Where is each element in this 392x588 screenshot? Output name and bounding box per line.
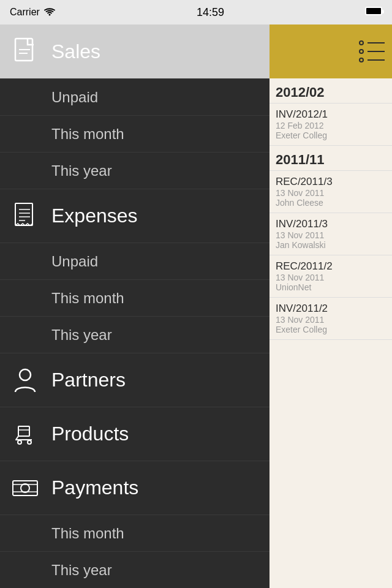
sales-label: Sales xyxy=(51,40,100,63)
invoice-number: INV/2012/1 xyxy=(276,108,386,121)
invoice-partner: Exeter Colleg xyxy=(276,130,386,140)
invoice-item-inv1[interactable]: INV/2011/3 13 Nov 2011 Jan Kowalski xyxy=(270,213,392,255)
payments-label: Payments xyxy=(51,477,138,499)
cart-icon xyxy=(10,419,40,450)
expenses-this-month[interactable]: This month xyxy=(0,279,270,316)
person-icon xyxy=(10,365,40,396)
invoice-item-inv2[interactable]: INV/2011/2 13 Nov 2011 Exeter Colleg xyxy=(270,298,392,340)
products-label: Products xyxy=(51,423,129,445)
invoice-group-2012: 2012/02 INV/2012/1 12 Feb 2012 Exeter Co… xyxy=(270,78,392,146)
sidebar-item-sales[interactable]: Sales xyxy=(0,24,270,78)
sales-unpaid-label: Unpaid xyxy=(51,89,98,106)
expenses-this-year-label: This year xyxy=(51,326,112,344)
invoice-partner: UnionNet xyxy=(276,282,386,292)
invoice-number: INV/2011/3 xyxy=(276,218,386,230)
invoice-partner: John Cleese xyxy=(276,198,386,208)
time-display: 14:59 xyxy=(197,6,224,19)
payments-this-month[interactable]: This month xyxy=(0,514,270,551)
expenses-this-month-label: This month xyxy=(51,290,124,307)
expenses-unpaid[interactable]: Unpaid xyxy=(0,243,270,279)
sidebar-item-payments[interactable]: Payments xyxy=(0,461,270,514)
expenses-label: Expenses xyxy=(51,205,138,227)
svg-rect-13 xyxy=(13,481,37,496)
sidebar-item-expenses[interactable]: Expenses xyxy=(0,189,270,243)
invoice-group-2011: 2011/11 REC/2011/3 13 Nov 2011 John Clee… xyxy=(270,146,392,340)
sidebar-item-products[interactable]: Products xyxy=(0,407,270,461)
money-icon xyxy=(10,473,40,503)
invoice-date: 13 Nov 2011 xyxy=(276,188,386,198)
invoice-item-rec2[interactable]: REC/2011/2 13 Nov 2011 UnionNet xyxy=(270,255,392,298)
carrier-info: Carrier xyxy=(10,7,56,18)
svg-point-14 xyxy=(21,484,29,492)
invoice-number: INV/2011/2 xyxy=(276,303,386,315)
expenses-this-year[interactable]: This year xyxy=(0,316,270,353)
list-icon xyxy=(359,40,385,62)
invoice-item[interactable]: INV/2012/1 12 Feb 2012 Exeter Colleg xyxy=(270,104,392,146)
sales-this-year[interactable]: This year xyxy=(0,152,270,189)
invoice-date: 13 Nov 2011 xyxy=(276,273,386,282)
sales-this-year-label: This year xyxy=(51,162,112,179)
payments-this-month-label: This month xyxy=(51,525,124,542)
invoice-date: 13 Nov 2011 xyxy=(276,230,386,240)
svg-rect-9 xyxy=(18,426,29,436)
period-header: 2012/02 xyxy=(270,78,392,104)
sales-this-month-label: This month xyxy=(51,126,124,143)
partners-label: Partners xyxy=(51,369,126,391)
invoice-partner: Exeter Colleg xyxy=(276,325,386,334)
svg-rect-3 xyxy=(15,203,32,225)
expenses-unpaid-label: Unpaid xyxy=(51,253,98,270)
battery-icon xyxy=(365,7,382,18)
invoice-partner: Jan Kowalski xyxy=(276,240,386,250)
document-icon xyxy=(10,36,40,67)
svg-point-12 xyxy=(28,440,31,444)
sidebar: Sales Unpaid This month This year xyxy=(0,24,270,588)
payments-this-year-label: This year xyxy=(51,562,112,579)
invoice-date: 12 Feb 2012 xyxy=(276,121,386,130)
right-panel: 2012/02 INV/2012/1 12 Feb 2012 Exeter Co… xyxy=(270,24,392,588)
period-header-2: 2011/11 xyxy=(270,146,392,171)
invoice-number: REC/2011/2 xyxy=(276,260,386,273)
sales-unpaid[interactable]: Unpaid xyxy=(0,78,270,115)
svg-point-8 xyxy=(20,369,31,380)
wifi-icon xyxy=(43,7,56,17)
carrier-label: Carrier xyxy=(10,7,40,18)
receipt-icon xyxy=(10,201,40,232)
sales-this-month[interactable]: This month xyxy=(0,115,270,152)
sidebar-item-partners[interactable]: Partners xyxy=(0,353,270,407)
invoice-number: REC/2011/3 xyxy=(276,176,386,188)
invoice-date: 13 Nov 2011 xyxy=(276,315,386,325)
status-bar: Carrier 14:59 xyxy=(0,0,392,24)
invoice-item-rec1[interactable]: REC/2011/3 13 Nov 2011 John Cleese xyxy=(270,171,392,213)
payments-this-year[interactable]: This year xyxy=(0,551,270,588)
right-panel-header xyxy=(270,24,392,78)
svg-point-11 xyxy=(18,440,21,444)
